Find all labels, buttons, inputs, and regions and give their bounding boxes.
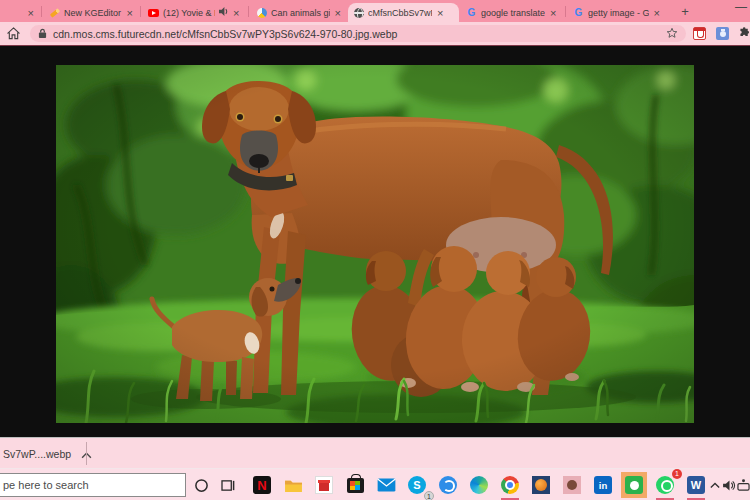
browser-toolbar: cdn.mos.cms.futurecdn.net/cMfsnCbbSv7wPY… (0, 22, 750, 45)
cortana-icon[interactable] (188, 472, 214, 498)
tab-close-icon[interactable]: × (436, 8, 444, 18)
tab-audio-icon[interactable] (219, 7, 228, 18)
whatsapp-icon[interactable]: 1 (652, 472, 678, 498)
whatsapp-badge: 1 (672, 469, 682, 479)
netflix-icon[interactable]: N (249, 472, 275, 498)
tab-divider (565, 6, 566, 17)
word-icon[interactable]: W (683, 472, 709, 498)
lock-icon[interactable] (38, 25, 47, 43)
skype-icon[interactable]: S 1 (404, 472, 430, 498)
tab-label: New KGEditor (64, 8, 122, 18)
extension-camera-icon[interactable] (715, 26, 730, 41)
page-content (0, 45, 750, 437)
download-bar: Sv7wP....webp (0, 437, 750, 468)
screenshot-app-icon[interactable] (621, 472, 647, 498)
tab-close-icon[interactable]: × (334, 8, 342, 18)
mail-icon[interactable] (373, 472, 399, 498)
volume-icon[interactable] (721, 472, 737, 498)
google-favicon-icon: G (573, 7, 584, 18)
chrome-icon[interactable] (497, 472, 523, 498)
tab-kgeditor[interactable]: New KGEditor × (44, 3, 139, 22)
tab-getty-image[interactable]: G getty image - Goo × (568, 3, 666, 22)
pencil-favicon-icon (49, 7, 60, 18)
tab-can-animals[interactable]: Can animals give b × (251, 3, 347, 22)
task-view-icon[interactable] (215, 472, 241, 498)
tab-label: getty image - Goo (588, 8, 649, 18)
extension-red-icon[interactable] (692, 26, 707, 41)
tab-label: cMfsnCbbSv7wPY (368, 8, 432, 18)
extensions-puzzle-icon[interactable] (737, 26, 750, 41)
tab-divider (41, 6, 42, 17)
browser-window: × New KGEditor × (12) Yovie & N × Can an… (0, 0, 750, 500)
home-icon[interactable] (6, 26, 21, 41)
tab-close-icon[interactable]: × (126, 8, 134, 18)
tab-divider (140, 6, 141, 17)
tab-label: (12) Yovie & N (163, 8, 215, 18)
pink-app-icon[interactable] (559, 472, 585, 498)
youtube-favicon-icon (148, 7, 159, 18)
download-filename: Sv7wP....webp (3, 448, 71, 460)
globe-favicon-icon (353, 7, 364, 18)
website-favicon-icon (256, 7, 267, 18)
google-favicon-icon: G (466, 7, 477, 18)
tab-close-icon[interactable]: × (549, 8, 557, 18)
linkedin-icon[interactable]: in (590, 472, 616, 498)
new-tab-button[interactable]: + (676, 3, 694, 21)
tab-label: google translate - (481, 8, 545, 18)
tab-partial[interactable]: × (0, 3, 40, 22)
tab-close-icon[interactable]: × (653, 8, 661, 18)
tab-close-icon[interactable]: × (232, 8, 240, 18)
url-text: cdn.mos.cms.futurecdn.net/cMfsnCbbSv7wPY… (53, 28, 660, 40)
tab-close-icon[interactable]: × (27, 8, 35, 18)
gift-app-icon[interactable] (311, 472, 337, 498)
photo-dog-nursing-puppies (56, 65, 694, 423)
skype-badge: 1 (424, 491, 434, 500)
tab-divider (248, 6, 249, 17)
touch-keyboard-icon[interactable] (736, 472, 750, 498)
tab-label: Can animals give b (271, 8, 330, 18)
tab-strip: × New KGEditor × (12) Yovie & N × Can an… (0, 0, 750, 22)
edge-icon[interactable] (466, 472, 492, 498)
orange-app-icon[interactable] (528, 472, 554, 498)
tab-active-image[interactable]: cMfsnCbbSv7wPY × (348, 3, 459, 22)
file-explorer-icon[interactable] (280, 472, 306, 498)
tab-google-translate[interactable]: G google translate - × (461, 3, 563, 22)
search-placeholder-text: pe here to search (3, 479, 89, 491)
minimize-button[interactable]: — (732, 0, 750, 18)
windows-taskbar: pe here to search N S 1 in 1 (0, 468, 750, 500)
tab-youtube[interactable]: (12) Yovie & N × (143, 3, 247, 22)
microsoft-store-icon[interactable] (342, 472, 368, 498)
bookmark-star-icon[interactable] (666, 25, 678, 43)
search-input[interactable]: pe here to search (0, 473, 186, 497)
shareit-icon[interactable] (435, 472, 461, 498)
address-bar[interactable]: cdn.mos.cms.futurecdn.net/cMfsnCbbSv7wPY… (30, 25, 686, 42)
download-bar-divider (86, 442, 87, 465)
